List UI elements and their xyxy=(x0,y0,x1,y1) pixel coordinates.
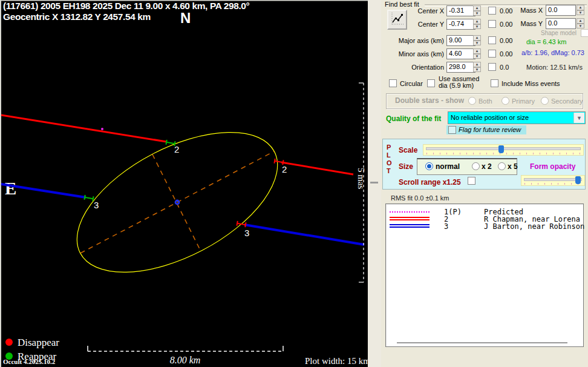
km-scale-label: 8.00 km xyxy=(170,355,201,365)
center-y-spinner[interactable]: ▲▼ xyxy=(473,19,481,29)
double-stars-both-label: Both xyxy=(479,98,492,105)
include-miss-checkbox[interactable] xyxy=(491,79,498,87)
disappear-legend-dot xyxy=(5,339,13,346)
scroll-range-checkbox[interactable] xyxy=(468,177,475,185)
mass-y-label: Mass Y xyxy=(515,20,543,27)
orientation-input[interactable]: 298.0 xyxy=(446,62,475,73)
splitter-gap xyxy=(368,0,381,367)
chord-3-label-right: 3 xyxy=(244,228,249,238)
double-stars-primary-label: Primary xyxy=(512,98,535,105)
minor-axis-input[interactable]: 4.60 xyxy=(446,48,475,59)
chord-3-label-left: 3 xyxy=(94,200,99,210)
spin-up-icon[interactable]: ▲ xyxy=(473,48,481,54)
major-axis-spinner[interactable]: ▲▼ xyxy=(473,35,481,45)
quality-dropdown[interactable]: No reliable position or size ▼ xyxy=(448,111,586,124)
dropdown-arrow-icon[interactable]: ▼ xyxy=(573,113,584,123)
orientation-aux-value: 0.0 xyxy=(500,64,509,71)
use-assumed-dia-label: Use assumed dia (5.9 km) xyxy=(439,76,479,89)
legend-row-name: J Barton, near Robinson xyxy=(484,222,584,231)
ab-dmag-value: a/b: 1.96, dMag: 0.73 xyxy=(521,49,584,56)
spin-down-icon[interactable]: ▼ xyxy=(577,24,584,29)
spin-down-icon[interactable]: ▼ xyxy=(577,10,584,16)
size-x5-radio[interactable] xyxy=(498,162,506,170)
spin-down-icon[interactable]: ▼ xyxy=(473,67,481,73)
use-assumed-line2: dia (5.9 km) xyxy=(439,82,474,89)
plot-title-line2: Geocentric X 1312.82 Y 2457.54 km xyxy=(3,12,151,22)
plot-letter-o: O xyxy=(387,159,392,167)
spin-up-icon[interactable]: ▲ xyxy=(473,5,481,11)
scroll-range-label: Scroll range x1.25 xyxy=(399,178,461,187)
spin-down-icon[interactable]: ▼ xyxy=(473,41,481,46)
observer-legend-box: 1(P) Predicted 2 R Chapman, near Lorena … xyxy=(385,203,584,347)
legend-row-id: 3 xyxy=(444,222,448,231)
flag-review-checkbox[interactable] xyxy=(448,126,456,134)
form-opacity-ticks xyxy=(524,183,581,185)
size-x2-label: x 2 xyxy=(482,162,492,171)
center-x-input[interactable]: -0.31 xyxy=(446,5,475,16)
size-x2-radio[interactable] xyxy=(472,162,480,170)
fit-panel: Find best fit Center X -0.31 ▲▼ 0.00 Cen… xyxy=(381,0,588,367)
spin-down-icon[interactable]: ▼ xyxy=(473,54,481,59)
flag-review-label: Flag for future review xyxy=(459,126,521,133)
quality-label: Quality of the fit xyxy=(386,114,441,123)
spin-up-icon[interactable]: ▲ xyxy=(473,19,481,24)
east-label: E xyxy=(5,179,16,198)
form-opacity-slider[interactable] xyxy=(521,175,585,186)
plot-letter-l: L xyxy=(387,151,391,159)
double-stars-primary-radio[interactable] xyxy=(501,97,509,105)
center-y-label: Center Y xyxy=(384,21,444,28)
form-opacity-thumb[interactable] xyxy=(575,176,581,184)
form-opacity-label: Form opacity xyxy=(530,162,575,171)
double-stars-label: Double stars - show xyxy=(395,96,464,105)
major-axis-input[interactable]: 9.00 xyxy=(446,35,475,46)
shape-model-label: Shape model xyxy=(541,30,577,36)
major-axis-lock-checkbox[interactable] xyxy=(488,36,496,44)
predicted-path-dot xyxy=(101,128,103,130)
chord-2-line-swatch xyxy=(390,217,430,220)
scale-label: Scale xyxy=(399,146,417,154)
circular-label: Circular xyxy=(400,80,423,87)
mass-x-spinner[interactable]: ▲▼ xyxy=(577,5,584,15)
spin-up-icon[interactable]: ▲ xyxy=(577,18,584,24)
orientation-lock-checkbox[interactable] xyxy=(488,63,496,71)
rms-fit-label: RMS fit 0.0 ±0.1 km xyxy=(391,194,449,202)
splitter-handle[interactable] xyxy=(370,182,378,183)
plot-letter-t: T xyxy=(387,167,391,174)
center-x-spinner[interactable]: ▲▼ xyxy=(473,5,481,16)
use-assumed-dia-checkbox[interactable] xyxy=(427,79,435,87)
plot-controls-panel: P L O T Scale Size normal x 2 x 5 Form o… xyxy=(382,139,586,190)
spin-up-icon[interactable]: ▲ xyxy=(473,62,481,67)
minor-axis-lock-checkbox[interactable] xyxy=(488,50,496,58)
dia-value: dia = 6.43 km xyxy=(526,38,566,45)
spin-up-icon[interactable]: ▲ xyxy=(473,35,481,41)
scale-slider-thumb[interactable] xyxy=(498,145,504,153)
mass-y-input[interactable]: 0.0 xyxy=(546,18,576,29)
orientation-label: Orientation xyxy=(384,64,444,71)
predicted-line-swatch xyxy=(390,211,430,213)
spin-down-icon[interactable]: ▼ xyxy=(473,11,481,16)
spin-down-icon[interactable]: ▼ xyxy=(473,24,481,30)
minor-axis-spinner[interactable]: ▲▼ xyxy=(473,48,481,59)
size-normal-radio[interactable] xyxy=(425,162,433,170)
quality-value: No reliable position or size xyxy=(451,114,529,121)
double-stars-both-radio[interactable] xyxy=(468,97,476,105)
size-x5-label: x 5 xyxy=(508,162,518,171)
chord-2-label-left: 2 xyxy=(174,144,179,154)
shape-model-checkbox[interactable] xyxy=(581,29,588,37)
circular-checkbox[interactable] xyxy=(389,79,397,87)
legend-horizontal-scrollbar[interactable] xyxy=(397,342,567,343)
center-y-input[interactable]: -0.74 xyxy=(446,19,475,30)
occult-window: { "plot": { "title_line1": "(117661) 200… xyxy=(0,0,588,367)
spin-up-icon[interactable]: ▲ xyxy=(577,5,584,10)
center-y-lock-checkbox[interactable] xyxy=(488,20,496,28)
mass-y-spinner[interactable]: ▲▼ xyxy=(577,18,584,28)
mass-x-input[interactable]: 0.0 xyxy=(546,5,576,16)
chord-2-label-right: 2 xyxy=(282,164,287,174)
include-miss-label: Include Miss events xyxy=(501,80,560,87)
scale-slider[interactable] xyxy=(423,144,584,156)
double-stars-secondary-radio[interactable] xyxy=(541,97,549,105)
major-axis-aux-value: 0.00 xyxy=(500,37,512,44)
center-x-lock-checkbox[interactable] xyxy=(488,7,496,15)
double-stars-group: Double stars - show Both Primary Seconda… xyxy=(386,93,583,109)
orientation-spinner[interactable]: ▲▼ xyxy=(473,62,481,72)
